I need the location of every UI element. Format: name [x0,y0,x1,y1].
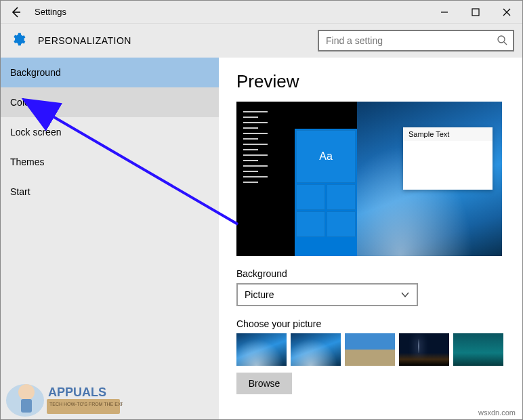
preview-tile [327,184,356,210]
sidebar-item-label: Themes [10,156,45,167]
preview-tile [296,184,325,210]
background-dropdown[interactable]: Picture [236,283,418,306]
sidebar-item-lock-screen[interactable]: Lock screen [1,117,219,147]
preview-tile [296,211,325,237]
svg-line-6 [504,42,507,45]
maximize-button[interactable] [460,1,491,24]
picture-thumb[interactable] [345,333,395,366]
svg-rect-2 [472,9,479,16]
sidebar-item-label: Lock screen [10,127,61,138]
body: Background Colors Lock screen Themes Sta… [1,58,522,419]
search-input[interactable] [325,35,497,47]
sidebar-item-label: Start [10,186,30,197]
credit-text: wsxdn.com [478,408,516,417]
close-button[interactable] [491,1,522,24]
chevron-down-icon [400,290,410,299]
sidebar-item-label: Colors [10,97,37,108]
maximize-icon [472,8,480,16]
preview-heading: Preview [236,71,505,92]
sidebar: Background Colors Lock screen Themes Sta… [1,58,219,419]
preview-image: Aa Sample Text [236,102,502,256]
close-icon [503,8,511,16]
settings-window: Settings PERSONALIZATION Back [0,0,523,420]
picture-thumbnails [236,333,505,366]
picture-thumb[interactable] [453,333,503,366]
preview-tile-aa: Aa [296,130,356,183]
sidebar-item-themes[interactable]: Themes [1,147,219,177]
gear-icon [11,32,26,49]
minimize-button[interactable] [429,1,460,24]
preview-tiles: Aa [295,129,357,256]
preview-start-menu-list [236,102,295,256]
browse-button[interactable]: Browse [236,373,292,394]
choose-picture-label: Choose your picture [236,318,505,329]
sidebar-item-colors[interactable]: Colors [1,87,219,117]
picture-thumb[interactable] [399,333,449,366]
header: PERSONALIZATION [1,24,522,58]
preview-tile [327,211,356,237]
back-button[interactable] [1,1,30,24]
content: Preview Aa [219,58,522,419]
window-title: Settings [30,7,66,17]
preview-sample-window: Sample Text [403,127,493,190]
sidebar-item-start[interactable]: Start [1,177,219,207]
minimize-icon [440,8,448,16]
svg-point-5 [498,36,505,43]
sidebar-item-background[interactable]: Background [1,58,219,87]
browse-label: Browse [249,378,280,389]
titlebar: Settings [1,1,522,24]
preview-desktop: Sample Text [357,102,502,256]
window-controls [429,1,522,24]
picture-thumb[interactable] [291,333,341,366]
sidebar-item-label: Background [10,67,61,78]
search-icon [497,35,507,47]
dropdown-value: Picture [245,289,274,300]
arrow-left-icon [9,6,22,18]
search-box[interactable] [318,30,514,51]
picture-thumb[interactable] [236,333,287,366]
sample-text-label: Sample Text [403,127,493,141]
background-label: Background [236,268,505,279]
page-title: PERSONALIZATION [38,35,131,46]
